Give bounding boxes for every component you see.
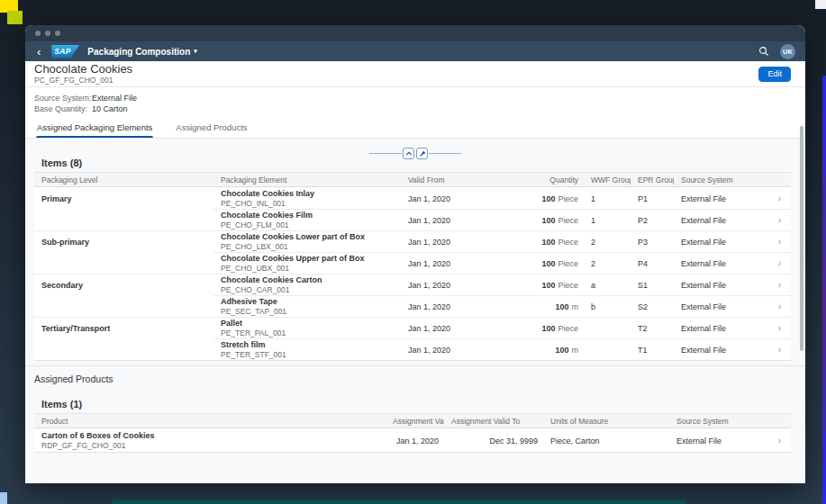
wwf-group-cell: 1 [584, 187, 631, 209]
quantity-cell: 100 Piece [504, 252, 584, 274]
column-header[interactable]: Source System [674, 176, 768, 184]
quantity-cell: 100 Piece [504, 230, 584, 252]
page-subtitle: PC_GF_FG_CHO_001 [34, 76, 132, 85]
element-name: Chocolate Cookies Lower part of Box [221, 232, 365, 242]
source-system-cell: External File [674, 209, 768, 230]
epr-group-cell: S1 [631, 274, 674, 295]
packaging-element-cell: Chocolate Cookies Lower part of Box PE_C… [213, 230, 401, 252]
packaging-elements-table: Packaging Level Packaging Element Valid … [34, 172, 791, 361]
table-header-row: Product Assignment Valid From Assignment… [34, 413, 791, 428]
tab-assigned-products[interactable]: Assigned Products [175, 122, 248, 138]
row-chevron-icon[interactable]: › [768, 317, 791, 338]
tab-assigned-packaging-elements[interactable]: Assigned Packaging Elements [36, 122, 153, 138]
quantity-cell: 100 Piece [504, 209, 584, 230]
element-code: PE_SEC_TAP_001 [221, 307, 286, 317]
element-code: PE_TER_STF_001 [221, 350, 286, 360]
column-header[interactable]: WWF Group [584, 176, 631, 184]
source-system-cell: External File [674, 338, 768, 360]
column-header[interactable]: Assignment Valid To [444, 417, 543, 426]
source-system-cell: External File [674, 252, 768, 274]
column-header[interactable]: Assignment Valid From [386, 417, 444, 426]
quantity-unit: Piece [558, 259, 578, 268]
element-name: Adhesive Tape [221, 297, 277, 307]
epr-group-cell: P2 [631, 209, 674, 230]
app-title-label: Packaging Composition [87, 47, 190, 57]
table-row[interactable]: Stretch film PE_TER_STF_001 Jan 1, 2020 … [34, 338, 791, 360]
sap-logo[interactable]: SAP [51, 45, 79, 58]
column-header[interactable]: Packaging Element [213, 176, 401, 184]
epr-group-cell: S2 [631, 295, 674, 317]
quantity-cell: 100 m [504, 295, 584, 317]
table-row[interactable]: Tertiary/Transport Pallet PE_TER_PAL_001… [34, 317, 791, 338]
element-code: PE_CHO_LBX_001 [221, 242, 288, 252]
pin-header-button[interactable] [416, 148, 428, 159]
packaging-element-cell: Stretch film PE_TER_STF_001 [213, 338, 401, 360]
window-control-dot[interactable] [55, 31, 60, 36]
vertical-scrollbar[interactable] [800, 126, 803, 351]
column-header[interactable]: Units of Measure [543, 417, 669, 426]
app-window: ‹ SAP Packaging Composition ▾ UK Chocola… [25, 25, 805, 483]
window-control-dot[interactable] [45, 31, 50, 36]
source-system-cell: External File [674, 187, 768, 209]
table-row[interactable]: Carton of 6 Boxes of Cookies RDP_GF_FG_C… [34, 428, 791, 452]
object-page: Chocolate Cookies PC_GF_FG_CHO_001 Edit … [25, 61, 805, 483]
element-code: PE_CHO_INL_001 [221, 199, 286, 209]
search-icon[interactable] [758, 46, 769, 57]
table-row[interactable]: Chocolate Cookies Film PE_CHO_FLM_001 Ja… [34, 209, 791, 230]
epr-group-cell: T1 [631, 338, 674, 360]
column-header[interactable]: Source System [669, 417, 768, 426]
row-chevron-icon[interactable]: › [768, 230, 791, 252]
valid-from-cell: Jan 1, 2020 [401, 187, 504, 209]
column-header[interactable]: Valid From [401, 176, 504, 184]
table-row[interactable]: Adhesive Tape PE_SEC_TAP_001 Jan 1, 2020… [34, 295, 791, 317]
avatar[interactable]: UK [780, 44, 795, 59]
quantity-unit: Piece [558, 238, 578, 247]
column-header[interactable]: Packaging Level [34, 176, 213, 184]
table-row[interactable]: Secondary Chocolate Cookies Carton PE_CH… [34, 274, 791, 295]
element-code: PE_CHO_UBX_001 [221, 264, 289, 274]
row-chevron-icon[interactable]: › [768, 252, 791, 274]
table-row[interactable]: Chocolate Cookies Upper part of Box PE_C… [34, 252, 791, 274]
packaging-element-cell: Chocolate Cookies Film PE_CHO_FLM_001 [213, 209, 401, 230]
element-code: PE_TER_PAL_001 [221, 328, 286, 338]
packaging-level-cell [34, 338, 213, 360]
app-title-menu[interactable]: Packaging Composition ▾ [87, 47, 196, 57]
epr-group-cell: P1 [631, 187, 674, 209]
row-chevron-icon[interactable]: › [768, 295, 791, 317]
products-table-title: Items (1) [34, 399, 791, 410]
collapse-header-button[interactable] [403, 148, 414, 159]
epr-group-cell: P4 [631, 252, 674, 274]
table-row[interactable]: Sub-primary Chocolate Cookies Lower part… [34, 230, 791, 252]
packaging-level-cell [34, 295, 213, 317]
wwf-group-cell: a [584, 274, 631, 295]
quantity-cell: 100 m [504, 338, 584, 360]
row-chevron-icon[interactable]: › [768, 187, 791, 209]
wwf-group-cell [584, 317, 631, 338]
back-icon[interactable]: ‹ [35, 46, 42, 58]
window-control-dot[interactable] [35, 31, 41, 36]
product-code: RDP_GF_FG_CHO_001 [41, 441, 126, 451]
quantity-cell: 100 Piece [504, 274, 584, 295]
window-titlebar [25, 25, 805, 41]
column-header[interactable]: Product [34, 417, 386, 426]
element-name: Chocolate Cookies Carton [221, 275, 322, 285]
valid-from-cell: Jan 1, 2020 [401, 252, 504, 274]
column-header[interactable]: EPR Group [631, 176, 674, 184]
column-header[interactable]: Quantity [504, 176, 584, 184]
valid-from-cell: Jan 1, 2020 [401, 295, 504, 317]
attribute-label: Source System: [34, 93, 92, 104]
table-row[interactable]: Primary Chocolate Cookies Inlay PE_CHO_I… [34, 187, 791, 209]
source-system-cell: External File [674, 230, 768, 252]
row-chevron-icon[interactable]: › [768, 274, 791, 295]
quantity-value: 100 [541, 238, 555, 247]
quantity-unit: m [572, 302, 579, 311]
edit-button[interactable]: Edit [758, 67, 791, 82]
object-page-header: Chocolate Cookies PC_GF_FG_CHO_001 Edit [25, 61, 805, 87]
epr-group-cell: T2 [631, 317, 674, 338]
valid-from-cell: Jan 1, 2020 [401, 338, 504, 360]
element-code: PE_CHO_CAR_001 [221, 285, 290, 295]
row-chevron-icon[interactable]: › [768, 209, 791, 230]
source-system-cell: External File [674, 317, 768, 338]
row-chevron-icon[interactable]: › [768, 428, 791, 452]
row-chevron-icon[interactable]: › [768, 338, 791, 360]
